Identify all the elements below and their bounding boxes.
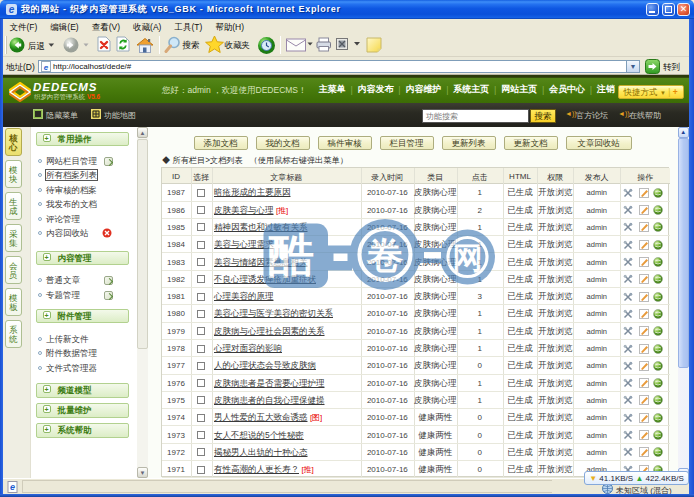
svg-text:后退: 后退 [28, 41, 45, 51]
svg-text:e: e [10, 482, 15, 492]
svg-text:e: e [44, 63, 49, 72]
svg-text:e: e [9, 4, 15, 15]
